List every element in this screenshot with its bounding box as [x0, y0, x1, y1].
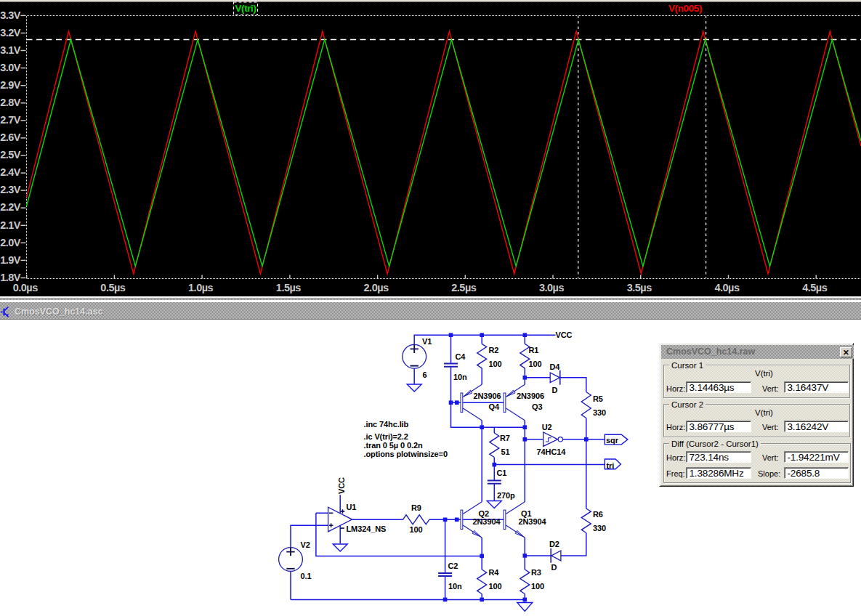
- svg-text:1.5µs: 1.5µs: [276, 282, 302, 293]
- svg-text:R4: R4: [489, 568, 500, 577]
- svg-text:.options plotwinsize=0: .options plotwinsize=0: [364, 450, 448, 458]
- svg-text:3.3V: 3.3V: [0, 9, 21, 21]
- svg-text:2.0V: 2.0V: [0, 237, 21, 248]
- svg-text:3.0V: 3.0V: [0, 62, 21, 73]
- svg-text:Q1: Q1: [521, 509, 531, 518]
- svg-text:Q2: Q2: [479, 509, 489, 518]
- svg-text:2.5V: 2.5V: [0, 149, 21, 161]
- svg-text:R3: R3: [531, 568, 541, 577]
- svg-text:1.0µs: 1.0µs: [188, 282, 214, 293]
- svg-text:R5: R5: [593, 394, 603, 403]
- svg-text:2N3904: 2N3904: [519, 517, 547, 526]
- svg-text:270p: 270p: [497, 491, 515, 500]
- svg-text:100: 100: [489, 360, 502, 368]
- svg-text:2.4V: 2.4V: [0, 166, 21, 178]
- svg-text:.ic V(tri)=2.2: .ic V(tri)=2.2: [364, 432, 408, 441]
- svg-text:2N3906: 2N3906: [517, 392, 544, 400]
- svg-text:4.0µs: 4.0µs: [714, 282, 740, 293]
- svg-text:VCC: VCC: [556, 331, 573, 339]
- svg-text:1.9V: 1.9V: [0, 254, 21, 266]
- svg-text:.inc 74hc.lib: .inc 74hc.lib: [364, 420, 409, 429]
- svg-text:D4: D4: [550, 362, 561, 371]
- svg-text:R9: R9: [411, 503, 421, 512]
- svg-text:C2: C2: [448, 562, 458, 570]
- svg-text:R7: R7: [500, 434, 510, 442]
- svg-text:2N3906: 2N3906: [474, 392, 501, 400]
- svg-text:D2: D2: [549, 540, 559, 548]
- svg-text:2.6V: 2.6V: [0, 131, 21, 143]
- svg-text:100: 100: [529, 360, 542, 368]
- svg-text:0.5µs: 0.5µs: [100, 282, 126, 293]
- svg-text:LM324_NS: LM324_NS: [347, 524, 387, 533]
- svg-text:V(n005): V(n005): [668, 3, 702, 14]
- svg-text:2.7V: 2.7V: [0, 114, 21, 126]
- svg-text:U2: U2: [542, 423, 552, 431]
- svg-text:100: 100: [489, 582, 502, 591]
- svg-text:330: 330: [593, 408, 606, 417]
- svg-text:100: 100: [531, 582, 544, 591]
- svg-text:C1: C1: [497, 469, 507, 477]
- svg-text:330: 330: [593, 524, 606, 532]
- svg-text:D: D: [551, 563, 557, 572]
- svg-text:2N3904: 2N3904: [473, 517, 501, 526]
- svg-text:2.9V: 2.9V: [0, 79, 21, 91]
- svg-text:Q4: Q4: [489, 402, 500, 411]
- svg-text:2.0µs: 2.0µs: [364, 282, 389, 293]
- svg-text:2.8V: 2.8V: [0, 97, 21, 108]
- svg-text:C4: C4: [456, 352, 466, 361]
- svg-text:51: 51: [501, 447, 510, 456]
- svg-text:Q3: Q3: [532, 402, 542, 411]
- svg-text:R2: R2: [489, 346, 499, 354]
- svg-text:10n: 10n: [448, 582, 462, 591]
- svg-text:V(tri): V(tri): [235, 3, 256, 14]
- svg-text:R6: R6: [593, 510, 603, 519]
- svg-text:4.5µs: 4.5µs: [802, 282, 828, 293]
- svg-text:VCC: VCC: [337, 477, 346, 494]
- svg-text:3.5µs: 3.5µs: [627, 282, 652, 293]
- svg-text:3.0µs: 3.0µs: [539, 282, 565, 293]
- svg-text:6: 6: [423, 370, 427, 379]
- svg-text:3.1V: 3.1V: [0, 44, 21, 56]
- svg-text:0.1: 0.1: [301, 572, 312, 580]
- svg-text:2.5µs: 2.5µs: [451, 282, 477, 293]
- svg-text:74HC14: 74HC14: [537, 447, 567, 456]
- svg-text:sqr: sqr: [606, 436, 619, 445]
- svg-text:V1: V1: [422, 337, 432, 346]
- svg-text:U1: U1: [347, 503, 357, 511]
- svg-text:2.1V: 2.1V: [0, 219, 21, 231]
- svg-text:100: 100: [410, 525, 423, 534]
- svg-text:3.2V: 3.2V: [0, 27, 21, 38]
- svg-text:D: D: [552, 386, 558, 394]
- svg-text:2.3V: 2.3V: [0, 184, 21, 195]
- svg-text:V2: V2: [301, 540, 310, 549]
- svg-text:0.0µs: 0.0µs: [13, 282, 39, 293]
- svg-text:10n: 10n: [453, 373, 467, 381]
- svg-text:.tran 0 5µ 0 0.2n: .tran 0 5µ 0 0.2n: [364, 441, 423, 450]
- svg-text:R1: R1: [529, 346, 539, 354]
- svg-text:tri: tri: [607, 461, 615, 470]
- svg-text:2.2V: 2.2V: [0, 201, 21, 213]
